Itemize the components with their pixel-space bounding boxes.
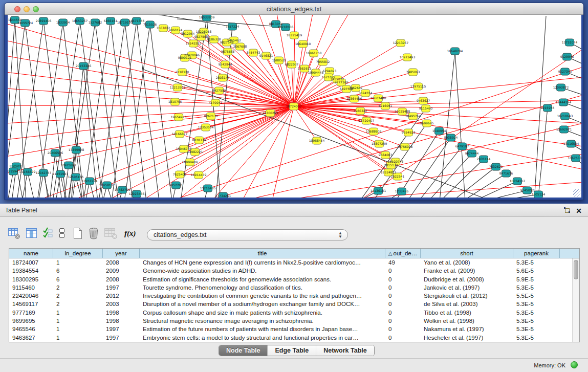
table-cell[interactable]: Jankovic et al. (1997) [421, 283, 513, 292]
table-row[interactable]: 946554611997Estimation of the future num… [9, 325, 579, 333]
table-cell[interactable]: 2003 [103, 300, 140, 308]
table-cell[interactable]: 1 [53, 325, 103, 333]
table-cell[interactable]: Tourette syndrome. Phenomenology and cla… [140, 283, 385, 292]
column-visibility-icon[interactable] [26, 226, 38, 240]
table-cell[interactable]: Yano et al. (2008) [421, 258, 513, 267]
column-header-in_degree[interactable]: in_degree [53, 249, 103, 258]
column-header-out_de[interactable]: △out_de… [385, 249, 421, 258]
table-cell[interactable]: Investigating the contribution of common… [140, 292, 385, 300]
graph-edge[interactable] [440, 51, 455, 198]
table-cell[interactable]: 5.3E-5 [513, 309, 560, 317]
table-cell[interactable]: Nakamura et al. (1997) [421, 325, 513, 333]
graph-edge[interactable] [8, 24, 294, 106]
graph-edge[interactable] [8, 171, 13, 198]
graph-edge[interactable] [294, 53, 314, 106]
graph-edge[interactable] [125, 23, 146, 198]
table-cell[interactable]: 9465546 [9, 325, 53, 333]
graph-edge[interactable] [185, 58, 294, 106]
table-cell[interactable]: 49 [385, 258, 421, 267]
table-cell[interactable]: 18300295 [9, 275, 53, 283]
network-view-canvas[interactable]: 1872400718300295109584549860124891295418… [8, 15, 581, 198]
table-row[interactable]: 969969511998Structural magnetic resonanc… [9, 317, 579, 325]
table-cell[interactable]: Franke et al. (2009) [421, 267, 513, 275]
graph-edge[interactable] [95, 23, 118, 198]
table-cell[interactable]: 5.3E-5 [513, 325, 560, 333]
graph-edge[interactable] [199, 106, 294, 140]
new-column-icon[interactable] [72, 226, 84, 240]
table-cell[interactable]: 19384554 [9, 267, 53, 275]
table-row[interactable]: 977716911998Corpus callosum shape and si… [9, 309, 579, 317]
graph-edge[interactable] [111, 21, 133, 198]
table-cell[interactable]: 0 [385, 283, 421, 292]
column-header-short[interactable]: short [421, 249, 513, 258]
close-panel-icon[interactable]: ✕ [576, 207, 582, 214]
table-row[interactable]: 1872400712008Changes of HCN gene express… [9, 258, 579, 267]
table-cell[interactable]: 5.9E-5 [513, 275, 560, 283]
table-cell[interactable]: 2009 [103, 267, 140, 275]
table-cell[interactable]: Wolkin et al. (1998) [421, 317, 513, 325]
table-cell[interactable]: 2012 [103, 292, 140, 300]
table-cell[interactable]: Dudbridge et al. (2008) [421, 275, 513, 283]
graph-edge[interactable] [8, 105, 294, 106]
table-cell[interactable]: 5.3E-5 [513, 334, 560, 342]
table-cell[interactable]: Hescheler et al. (1997) [421, 334, 513, 342]
table-cell[interactable]: 22420046 [9, 292, 53, 300]
graph-edge[interactable] [64, 165, 69, 198]
table-cell[interactable]: 9463627 [9, 334, 53, 342]
table-cell[interactable]: 1 [53, 258, 103, 267]
table-cell[interactable]: 1 [53, 334, 103, 342]
table-cell[interactable]: 5.3E-5 [513, 300, 560, 308]
graph-edge[interactable] [112, 21, 137, 198]
tab-network-table[interactable]: Network Table [316, 345, 374, 356]
table-cell[interactable]: 0 [385, 300, 421, 308]
row-layout-icon[interactable] [58, 226, 66, 240]
table-cell[interactable]: de Silva et al. (2003) [421, 300, 513, 308]
table-cell[interactable]: Genome-wide association studies in ADHD. [140, 267, 385, 275]
table-cell[interactable]: Corpus callosum shape and size in male p… [140, 309, 385, 317]
table-cell[interactable]: 0 [385, 275, 421, 283]
column-header-name[interactable]: name [9, 249, 53, 258]
table-cell[interactable]: 0 [385, 267, 421, 275]
graph-edge[interactable] [99, 23, 125, 198]
graph-edge[interactable] [419, 146, 462, 198]
column-header-year[interactable]: year [103, 249, 140, 258]
column-header-title[interactable]: title [140, 249, 385, 258]
table-cell[interactable]: 6 [53, 267, 103, 275]
table-cell[interactable]: 6 [53, 275, 103, 283]
table-cell[interactable]: 5.3E-5 [513, 283, 560, 292]
graph-edge[interactable] [294, 106, 391, 165]
table-row[interactable]: 1938455462009Genome-wide association stu… [9, 267, 579, 275]
table-cell[interactable]: 5.6E-5 [513, 267, 560, 275]
table-cell[interactable]: Estimation of the future numbers of pati… [140, 325, 385, 333]
table-cell[interactable]: 1997 [103, 334, 140, 342]
function-builder-icon[interactable]: f(x) [124, 226, 136, 240]
float-panel-icon[interactable] [563, 206, 571, 215]
table-cell[interactable]: Stergiakouli et al. (2012) [421, 292, 513, 300]
graph-edge[interactable] [455, 51, 465, 198]
table-cell[interactable]: 0 [385, 292, 421, 300]
tab-edge-table[interactable]: Edge Table [268, 345, 316, 356]
graph-edge[interactable] [294, 35, 294, 106]
table-cell[interactable]: 14569117 [9, 300, 53, 308]
graph-edge[interactable] [294, 100, 581, 106]
table-cell[interactable]: Disruption of a novel member of a sodium… [140, 300, 385, 308]
table-cell[interactable]: Tibbo et al. (1998) [421, 309, 513, 317]
graph-edge[interactable] [150, 25, 172, 198]
table-cell[interactable]: 2 [53, 300, 103, 308]
table-cell[interactable]: 2 [53, 292, 103, 300]
tab-node-table[interactable]: Node Table [219, 345, 268, 356]
table-cell[interactable]: 2008 [103, 275, 140, 283]
table-row[interactable]: 946362711997Embryonic stem cells: a mode… [9, 334, 579, 342]
table-row[interactable]: 2242004622012Investigating the contribut… [9, 292, 579, 300]
table-cell[interactable]: 5.5E-5 [513, 292, 560, 300]
select-all-icon[interactable] [42, 226, 54, 240]
table-cell[interactable]: 9699695 [9, 317, 53, 325]
table-cell[interactable]: 9115460 [9, 283, 53, 292]
table-cell[interactable]: 2008 [103, 258, 140, 267]
graph-edge[interactable] [137, 21, 159, 198]
table-cell[interactable]: Embryonic stem cells: a model to study s… [140, 334, 385, 342]
table-cell[interactable]: 1997 [103, 283, 140, 292]
table-cell[interactable]: 1 [53, 317, 103, 325]
table-cell[interactable]: 5.3E-5 [513, 317, 560, 325]
column-header-pagerank[interactable]: pagerank [513, 249, 560, 258]
